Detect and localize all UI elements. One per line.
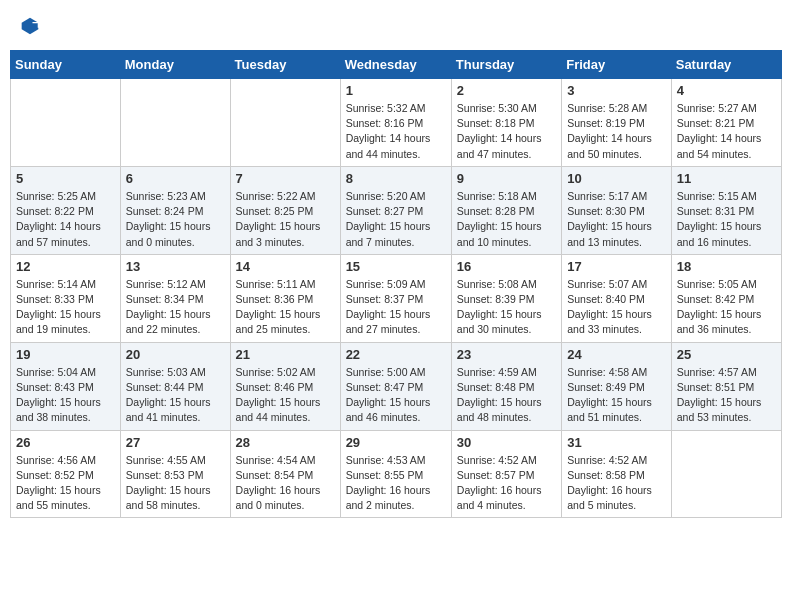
calendar-table: SundayMondayTuesdayWednesdayThursdayFrid… xyxy=(10,50,782,518)
calendar-cell: 4Sunrise: 5:27 AMSunset: 8:21 PMDaylight… xyxy=(671,79,781,167)
calendar-cell: 11Sunrise: 5:15 AMSunset: 8:31 PMDayligh… xyxy=(671,166,781,254)
day-number: 14 xyxy=(236,259,335,274)
day-number: 29 xyxy=(346,435,446,450)
calendar-cell: 27Sunrise: 4:55 AMSunset: 8:53 PMDayligh… xyxy=(120,430,230,518)
day-number: 11 xyxy=(677,171,776,186)
day-info: Sunrise: 5:00 AMSunset: 8:47 PMDaylight:… xyxy=(346,365,446,426)
calendar-cell: 1Sunrise: 5:32 AMSunset: 8:16 PMDaylight… xyxy=(340,79,451,167)
day-info: Sunrise: 5:05 AMSunset: 8:42 PMDaylight:… xyxy=(677,277,776,338)
calendar-cell: 9Sunrise: 5:18 AMSunset: 8:28 PMDaylight… xyxy=(451,166,561,254)
day-info: Sunrise: 5:04 AMSunset: 8:43 PMDaylight:… xyxy=(16,365,115,426)
weekday-header-row: SundayMondayTuesdayWednesdayThursdayFrid… xyxy=(11,51,782,79)
week-row-4: 19Sunrise: 5:04 AMSunset: 8:43 PMDayligh… xyxy=(11,342,782,430)
day-number: 3 xyxy=(567,83,666,98)
logo xyxy=(18,16,40,36)
day-info: Sunrise: 5:20 AMSunset: 8:27 PMDaylight:… xyxy=(346,189,446,250)
calendar-cell: 24Sunrise: 4:58 AMSunset: 8:49 PMDayligh… xyxy=(562,342,672,430)
week-row-1: 1Sunrise: 5:32 AMSunset: 8:16 PMDaylight… xyxy=(11,79,782,167)
day-info: Sunrise: 5:22 AMSunset: 8:25 PMDaylight:… xyxy=(236,189,335,250)
calendar-cell: 26Sunrise: 4:56 AMSunset: 8:52 PMDayligh… xyxy=(11,430,121,518)
day-number: 7 xyxy=(236,171,335,186)
calendar-cell: 29Sunrise: 4:53 AMSunset: 8:55 PMDayligh… xyxy=(340,430,451,518)
day-info: Sunrise: 5:32 AMSunset: 8:16 PMDaylight:… xyxy=(346,101,446,162)
calendar-cell: 13Sunrise: 5:12 AMSunset: 8:34 PMDayligh… xyxy=(120,254,230,342)
day-info: Sunrise: 4:53 AMSunset: 8:55 PMDaylight:… xyxy=(346,453,446,514)
calendar-cell: 28Sunrise: 4:54 AMSunset: 8:54 PMDayligh… xyxy=(230,430,340,518)
day-number: 8 xyxy=(346,171,446,186)
day-info: Sunrise: 5:25 AMSunset: 8:22 PMDaylight:… xyxy=(16,189,115,250)
calendar-cell: 3Sunrise: 5:28 AMSunset: 8:19 PMDaylight… xyxy=(562,79,672,167)
day-info: Sunrise: 5:12 AMSunset: 8:34 PMDaylight:… xyxy=(126,277,225,338)
calendar-cell: 10Sunrise: 5:17 AMSunset: 8:30 PMDayligh… xyxy=(562,166,672,254)
day-number: 15 xyxy=(346,259,446,274)
weekday-header-friday: Friday xyxy=(562,51,672,79)
day-info: Sunrise: 4:52 AMSunset: 8:58 PMDaylight:… xyxy=(567,453,666,514)
calendar-cell xyxy=(120,79,230,167)
day-info: Sunrise: 4:57 AMSunset: 8:51 PMDaylight:… xyxy=(677,365,776,426)
calendar-cell: 17Sunrise: 5:07 AMSunset: 8:40 PMDayligh… xyxy=(562,254,672,342)
day-number: 16 xyxy=(457,259,556,274)
day-info: Sunrise: 5:23 AMSunset: 8:24 PMDaylight:… xyxy=(126,189,225,250)
day-info: Sunrise: 5:17 AMSunset: 8:30 PMDaylight:… xyxy=(567,189,666,250)
calendar-cell: 30Sunrise: 4:52 AMSunset: 8:57 PMDayligh… xyxy=(451,430,561,518)
day-number: 21 xyxy=(236,347,335,362)
day-number: 24 xyxy=(567,347,666,362)
calendar-cell: 7Sunrise: 5:22 AMSunset: 8:25 PMDaylight… xyxy=(230,166,340,254)
calendar-cell xyxy=(230,79,340,167)
calendar-cell: 2Sunrise: 5:30 AMSunset: 8:18 PMDaylight… xyxy=(451,79,561,167)
week-row-2: 5Sunrise: 5:25 AMSunset: 8:22 PMDaylight… xyxy=(11,166,782,254)
day-info: Sunrise: 5:03 AMSunset: 8:44 PMDaylight:… xyxy=(126,365,225,426)
day-number: 30 xyxy=(457,435,556,450)
day-number: 20 xyxy=(126,347,225,362)
day-info: Sunrise: 4:59 AMSunset: 8:48 PMDaylight:… xyxy=(457,365,556,426)
calendar-cell: 6Sunrise: 5:23 AMSunset: 8:24 PMDaylight… xyxy=(120,166,230,254)
day-info: Sunrise: 5:09 AMSunset: 8:37 PMDaylight:… xyxy=(346,277,446,338)
day-number: 9 xyxy=(457,171,556,186)
page-container: SundayMondayTuesdayWednesdayThursdayFrid… xyxy=(10,10,782,518)
day-info: Sunrise: 5:30 AMSunset: 8:18 PMDaylight:… xyxy=(457,101,556,162)
day-info: Sunrise: 5:11 AMSunset: 8:36 PMDaylight:… xyxy=(236,277,335,338)
day-info: Sunrise: 5:15 AMSunset: 8:31 PMDaylight:… xyxy=(677,189,776,250)
day-number: 31 xyxy=(567,435,666,450)
day-number: 6 xyxy=(126,171,225,186)
weekday-header-tuesday: Tuesday xyxy=(230,51,340,79)
day-info: Sunrise: 5:27 AMSunset: 8:21 PMDaylight:… xyxy=(677,101,776,162)
calendar-cell: 21Sunrise: 5:02 AMSunset: 8:46 PMDayligh… xyxy=(230,342,340,430)
calendar-cell: 19Sunrise: 5:04 AMSunset: 8:43 PMDayligh… xyxy=(11,342,121,430)
weekday-header-thursday: Thursday xyxy=(451,51,561,79)
day-info: Sunrise: 5:07 AMSunset: 8:40 PMDaylight:… xyxy=(567,277,666,338)
day-info: Sunrise: 4:52 AMSunset: 8:57 PMDaylight:… xyxy=(457,453,556,514)
weekday-header-monday: Monday xyxy=(120,51,230,79)
calendar-cell: 16Sunrise: 5:08 AMSunset: 8:39 PMDayligh… xyxy=(451,254,561,342)
week-row-3: 12Sunrise: 5:14 AMSunset: 8:33 PMDayligh… xyxy=(11,254,782,342)
weekday-header-wednesday: Wednesday xyxy=(340,51,451,79)
calendar-cell: 25Sunrise: 4:57 AMSunset: 8:51 PMDayligh… xyxy=(671,342,781,430)
day-number: 10 xyxy=(567,171,666,186)
calendar-cell: 14Sunrise: 5:11 AMSunset: 8:36 PMDayligh… xyxy=(230,254,340,342)
day-info: Sunrise: 4:55 AMSunset: 8:53 PMDaylight:… xyxy=(126,453,225,514)
week-row-5: 26Sunrise: 4:56 AMSunset: 8:52 PMDayligh… xyxy=(11,430,782,518)
calendar-cell: 15Sunrise: 5:09 AMSunset: 8:37 PMDayligh… xyxy=(340,254,451,342)
header xyxy=(10,10,782,42)
day-number: 12 xyxy=(16,259,115,274)
day-info: Sunrise: 4:56 AMSunset: 8:52 PMDaylight:… xyxy=(16,453,115,514)
day-number: 13 xyxy=(126,259,225,274)
day-number: 26 xyxy=(16,435,115,450)
calendar-cell: 12Sunrise: 5:14 AMSunset: 8:33 PMDayligh… xyxy=(11,254,121,342)
logo-icon xyxy=(20,16,40,36)
calendar-cell xyxy=(671,430,781,518)
day-info: Sunrise: 4:54 AMSunset: 8:54 PMDaylight:… xyxy=(236,453,335,514)
calendar-cell: 20Sunrise: 5:03 AMSunset: 8:44 PMDayligh… xyxy=(120,342,230,430)
calendar-cell: 8Sunrise: 5:20 AMSunset: 8:27 PMDaylight… xyxy=(340,166,451,254)
day-info: Sunrise: 4:58 AMSunset: 8:49 PMDaylight:… xyxy=(567,365,666,426)
calendar-cell xyxy=(11,79,121,167)
logo-text xyxy=(18,16,40,36)
day-number: 27 xyxy=(126,435,225,450)
calendar-cell: 23Sunrise: 4:59 AMSunset: 8:48 PMDayligh… xyxy=(451,342,561,430)
day-number: 4 xyxy=(677,83,776,98)
day-info: Sunrise: 5:18 AMSunset: 8:28 PMDaylight:… xyxy=(457,189,556,250)
weekday-header-saturday: Saturday xyxy=(671,51,781,79)
weekday-header-sunday: Sunday xyxy=(11,51,121,79)
calendar-cell: 22Sunrise: 5:00 AMSunset: 8:47 PMDayligh… xyxy=(340,342,451,430)
day-info: Sunrise: 5:08 AMSunset: 8:39 PMDaylight:… xyxy=(457,277,556,338)
